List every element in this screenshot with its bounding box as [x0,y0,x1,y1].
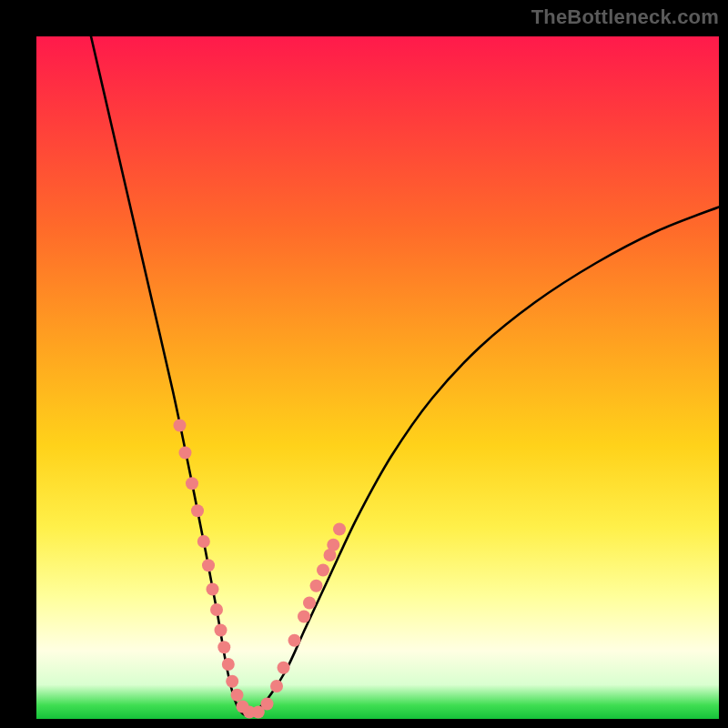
plot-area [36,36,719,719]
highlight-dot [210,603,223,616]
highlight-dot [215,624,228,637]
chart-frame: TheBottleneck.com [0,0,728,728]
highlight-dot [191,504,204,517]
highlight-dot [222,658,235,671]
highlight-dot [288,634,301,647]
highlight-dot [303,597,316,610]
highlight-dot [179,447,192,460]
highlight-dot [333,523,346,536]
highlight-dot [261,698,274,711]
highlight-dot [174,420,187,432]
highlight-dot [310,580,323,592]
highlight-dot [231,689,244,702]
highlight-dot [278,662,290,674]
highlight-dot [197,535,210,548]
highlight-dot [317,564,329,577]
highlight-dot [217,641,230,653]
chart-svg [36,36,719,719]
highlight-dot [202,559,215,571]
highlight-dot [327,539,339,551]
highlight-dot [226,675,238,688]
highlight-dots-group [174,420,347,719]
bottleneck-curve [91,36,719,715]
highlight-dot [270,680,283,693]
highlight-dot [298,611,310,623]
highlight-dot [207,583,219,596]
highlight-dot [186,477,198,490]
watermark-text: TheBottleneck.com [531,5,719,29]
